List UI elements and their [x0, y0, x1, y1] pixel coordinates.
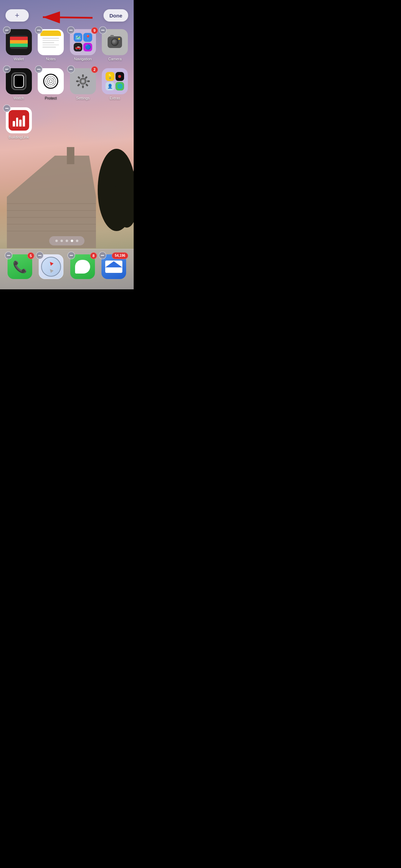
- delete-badge-safari[interactable]: [36, 252, 44, 259]
- svg-rect-14: [82, 74, 84, 77]
- notif-badge-mail: 54,196: [112, 252, 128, 259]
- phone-symbol: 📞: [13, 260, 27, 274]
- watch-label: Watch: [13, 96, 24, 100]
- dock-item-safari[interactable]: ▲ ▲: [39, 254, 63, 279]
- delete-badge-settings[interactable]: [67, 65, 75, 73]
- app-item-camera[interactable]: Camera: [100, 29, 130, 61]
- svg-rect-16: [76, 81, 79, 82]
- add-button[interactable]: +: [5, 9, 29, 22]
- settings-icon: 2: [70, 68, 96, 94]
- delete-badge-wallet[interactable]: [3, 26, 11, 34]
- notes-label: Notes: [46, 57, 56, 61]
- delete-badge-protect[interactable]: [35, 65, 42, 73]
- extras-label: Extras: [110, 96, 120, 100]
- camera-label: Camera: [108, 57, 122, 61]
- building-silhouette: [0, 128, 134, 248]
- notif-badge-phone: 5: [27, 252, 34, 259]
- app-item-buildinglink[interactable]: BuildingLink: [4, 107, 34, 140]
- protect-icon: [38, 68, 64, 94]
- notif-badge-messages: 8: [90, 252, 97, 259]
- svg-rect-21: [77, 84, 80, 87]
- app-item-extras[interactable]: 💡 ⏺ 👤 🌐 Extras: [100, 68, 130, 100]
- page-dots: [49, 236, 85, 245]
- dock-item-phone[interactable]: 5 📞: [8, 254, 32, 279]
- svg-rect-17: [87, 81, 90, 82]
- delete-badge-navigation[interactable]: [67, 26, 75, 34]
- delete-badge-mail[interactable]: [99, 252, 106, 259]
- page-dot-4-active[interactable]: [71, 240, 73, 242]
- wallet-icon: [6, 29, 32, 55]
- page-dot-3[interactable]: [66, 240, 68, 242]
- done-button[interactable]: Done: [104, 9, 128, 22]
- svg-rect-15: [82, 85, 84, 88]
- page-dot-2[interactable]: [61, 240, 63, 242]
- svg-marker-0: [7, 156, 96, 197]
- mail-flap: [105, 261, 122, 267]
- navigation-label: Navigation: [74, 57, 92, 61]
- svg-point-23: [81, 80, 84, 83]
- dock-item-mail[interactable]: 54,196: [101, 254, 126, 279]
- protect-label: Protect: [45, 96, 57, 100]
- delete-badge-camera[interactable]: [99, 26, 107, 34]
- svg-rect-19: [85, 84, 88, 87]
- notes-icon: [38, 29, 64, 55]
- message-bubble: [75, 260, 90, 274]
- page-dot-5[interactable]: [76, 240, 78, 242]
- page-dot-1[interactable]: [56, 240, 58, 242]
- app-item-navigation[interactable]: 9 🗺️ 📍 🚗 🔵 Navigation: [68, 29, 98, 61]
- app-item-watch[interactable]: Watch: [4, 68, 34, 100]
- app-grid: Wallet Notes 9 🗺️ 📍: [0, 26, 134, 143]
- navigation-icon: 9 🗺️ 📍 🚗 🔵: [70, 29, 96, 55]
- svg-line-11: [43, 17, 93, 18]
- extras-icon: 💡 ⏺ 👤 🌐: [102, 68, 128, 94]
- dock-item-messages[interactable]: 8: [70, 254, 95, 279]
- app-item-protect[interactable]: Protect: [36, 68, 66, 100]
- camera-icon: [102, 29, 128, 55]
- delete-badge-watch[interactable]: [3, 65, 11, 73]
- delete-badge-phone[interactable]: [5, 252, 12, 259]
- svg-rect-2: [67, 147, 74, 164]
- buildinglink-label: BuildingLink: [9, 135, 29, 140]
- app-item-notes[interactable]: Notes: [36, 29, 66, 61]
- app-item-wallet[interactable]: Wallet: [4, 29, 34, 61]
- dock: 5 📞 ▲ ▲ 8: [0, 249, 134, 289]
- watch-icon: [6, 68, 32, 94]
- delete-badge-buildinglink[interactable]: [3, 105, 11, 112]
- delete-badge-messages[interactable]: [68, 252, 75, 259]
- mail-envelope: [105, 261, 122, 273]
- settings-label: Settings: [76, 96, 90, 100]
- safari-compass: ▲ ▲: [41, 257, 61, 277]
- app-item-settings[interactable]: 2: [68, 68, 98, 100]
- red-arrow: [27, 8, 96, 25]
- notif-badge-navigation: 9: [91, 27, 98, 34]
- wallet-label: Wallet: [14, 57, 24, 61]
- notif-badge-settings: 2: [91, 66, 98, 73]
- buildinglink-icon: [6, 107, 32, 133]
- svg-rect-18: [77, 76, 81, 79]
